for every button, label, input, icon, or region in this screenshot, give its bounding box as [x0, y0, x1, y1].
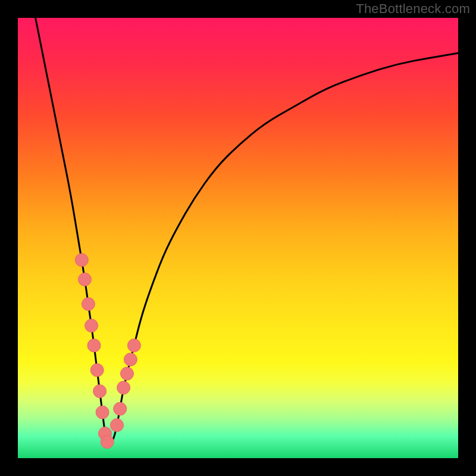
curve-marker	[75, 253, 88, 267]
frame-left	[0, 0, 18, 476]
curve-marker	[124, 353, 137, 366]
curve-marker	[93, 385, 107, 398]
curve-marker	[127, 339, 140, 352]
curve-marker	[79, 273, 92, 286]
curve-marker	[96, 406, 109, 419]
curve-marker	[121, 367, 134, 380]
watermark-text: TheBottleneck.com	[356, 1, 470, 17]
curve-marker	[117, 381, 130, 394]
curve-marker	[111, 419, 124, 432]
curve-marker	[87, 339, 101, 352]
curve-marker	[82, 298, 95, 311]
frame-bottom	[0, 458, 476, 476]
curve-marker	[85, 319, 98, 332]
bottleneck-chart	[0, 0, 476, 476]
curve-marker	[101, 436, 114, 449]
chart-container: TheBottleneck.com	[0, 0, 476, 476]
frame-right	[458, 0, 476, 476]
plot-background	[18, 18, 458, 458]
curve-marker	[90, 364, 104, 377]
curve-marker	[114, 402, 127, 415]
